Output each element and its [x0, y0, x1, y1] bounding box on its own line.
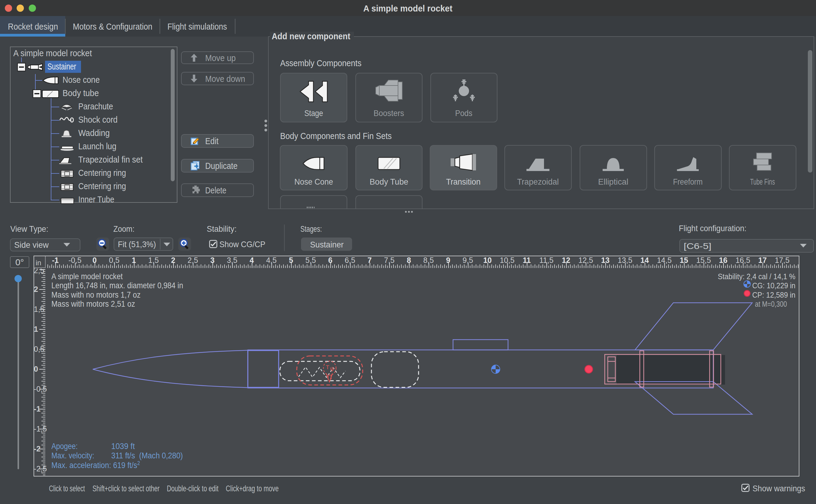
svg-text:T: T: [326, 364, 329, 370]
svg-text:ψ: ψ: [330, 365, 334, 372]
